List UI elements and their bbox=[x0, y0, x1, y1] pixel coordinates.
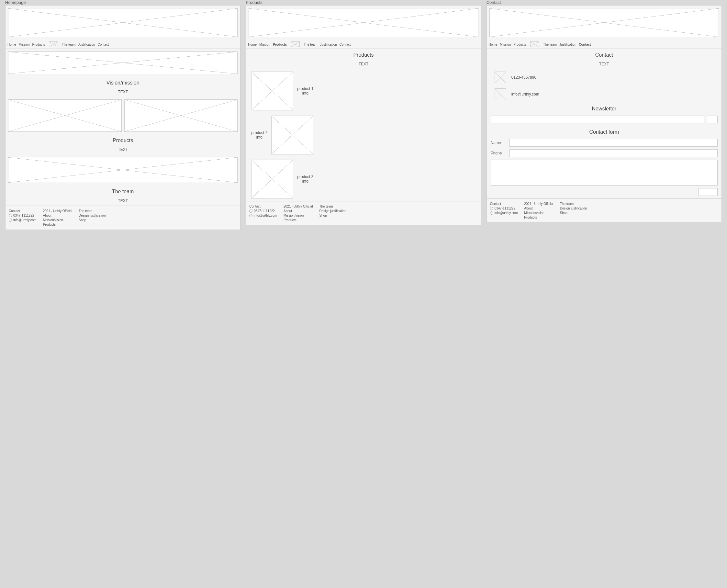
products-footer-col2-item0: 2021 - Urthly Official bbox=[283, 205, 313, 208]
homepage-vision-heading: Vision/mission bbox=[5, 77, 240, 87]
footer-contact-label: Contact bbox=[9, 209, 37, 213]
nav-products[interactable]: Products bbox=[33, 43, 45, 46]
footer-col2-item1: About bbox=[43, 214, 72, 217]
contact-nav: Home Mission Products The team Justifica… bbox=[487, 40, 722, 49]
contact-footer-phone: 0347-1111222 bbox=[495, 207, 516, 210]
homepage-panel: Home Mission Products The team Justifica… bbox=[5, 5, 240, 230]
products-nav-theteam[interactable]: The team bbox=[304, 43, 317, 46]
nav-logo bbox=[49, 41, 58, 47]
homepage-third-image bbox=[8, 157, 238, 183]
nav-justification[interactable]: Justification bbox=[78, 43, 95, 46]
product2-row: product 2info bbox=[246, 113, 481, 157]
contact-footer-phone-row: 0347-1111222 bbox=[490, 207, 518, 210]
footer-col2-item2: Mission/vision bbox=[43, 218, 72, 222]
homepage-nav: Home Mission Products The team Justifica… bbox=[5, 40, 240, 49]
contact-footer-email: info@urthly.com bbox=[495, 211, 518, 215]
products-page-text: TEXT bbox=[246, 59, 481, 69]
contact-nav-home[interactable]: Home bbox=[489, 43, 497, 46]
contact-phone-number: 0123-4567890 bbox=[511, 75, 536, 80]
contact-nav-mission[interactable]: Mission bbox=[500, 43, 511, 46]
contact-footer-contact-label: Contact bbox=[490, 202, 518, 206]
contact-footer-col2-item3: Products bbox=[524, 216, 553, 219]
nav-contact[interactable]: Contact bbox=[98, 43, 109, 46]
homepage-footer: Contact 0347-1111222 info@urthly.com 202… bbox=[5, 206, 240, 230]
products-footer-col3-item0: The team bbox=[319, 205, 346, 208]
nav-mission[interactable]: Mission bbox=[19, 43, 30, 46]
products-footer-email-row: info@urthly.com bbox=[249, 214, 277, 217]
products-nav: Home Mission Products The team Justifica… bbox=[246, 40, 481, 49]
products-footer-col2: 2021 - Urthly Official About Mission/vis… bbox=[283, 205, 313, 222]
newsletter-heading: Newsletter bbox=[487, 103, 722, 113]
contact-email-row: info@urthly.com bbox=[487, 86, 722, 103]
contact-submit-button[interactable] bbox=[698, 188, 718, 196]
contact-nav-products[interactable]: Products bbox=[513, 43, 526, 46]
products-nav-mission[interactable]: Mission bbox=[259, 43, 270, 46]
contact-footer-col2-item1: About bbox=[524, 207, 553, 210]
nav-home[interactable]: Home bbox=[7, 43, 16, 46]
contact-footer-col3-item0: The team bbox=[560, 202, 587, 206]
products-nav-products[interactable]: Products bbox=[273, 43, 287, 46]
footer-email: info@urthly.com bbox=[13, 218, 37, 222]
products-footer-col2-item2: Mission/vision bbox=[283, 214, 313, 217]
message-textarea[interactable] bbox=[491, 160, 718, 186]
products-page-heading: Products bbox=[246, 49, 481, 59]
products-footer-col3: The team Design justification Shop bbox=[319, 205, 346, 222]
homepage-label: Homepage bbox=[5, 0, 26, 7]
contact-form-heading: Contact form bbox=[487, 126, 722, 136]
homepage-products-text: TEXT bbox=[5, 145, 240, 154]
homepage-two-imgs bbox=[5, 99, 240, 132]
newsletter-input[interactable] bbox=[491, 115, 705, 123]
product3-info: product 3info bbox=[297, 174, 313, 184]
products-footer-col3-item1: Design justification bbox=[319, 209, 346, 213]
contact-footer-col3-item2: Shop bbox=[560, 211, 587, 215]
contact-footer: Contact 0347-1111222 info@urthly.com 202… bbox=[487, 198, 722, 223]
homepage-img-left bbox=[8, 99, 122, 132]
products-nav-justification[interactable]: Justification bbox=[320, 43, 337, 46]
homepage-products-heading: Products bbox=[5, 134, 240, 145]
name-label: Name bbox=[491, 141, 507, 145]
products-email-icon bbox=[249, 214, 253, 217]
newsletter-submit-button[interactable] bbox=[707, 115, 718, 123]
products-hero-image bbox=[249, 8, 478, 37]
products-footer-col2-item1: About bbox=[283, 209, 313, 213]
footer-col3: The team Design justification Shop bbox=[79, 209, 106, 226]
footer-col3-item1: Design justification bbox=[79, 214, 106, 217]
homepage-sub-image bbox=[8, 51, 238, 74]
products-nav-contact[interactable]: Contact bbox=[340, 43, 350, 46]
contact-footer-email-icon bbox=[490, 211, 493, 215]
product1-image bbox=[251, 71, 293, 110]
contact-nav-justification[interactable]: Justification bbox=[559, 43, 576, 46]
contact-label: Contact bbox=[487, 0, 501, 7]
product1-info: product 1info bbox=[297, 86, 313, 96]
contact-footer-col1: Contact 0347-1111222 info@urthly.com bbox=[490, 202, 518, 219]
contact-hero-image bbox=[489, 8, 719, 37]
products-footer-col3-item2: Shop bbox=[319, 214, 346, 217]
products-footer-col2-item3: Products bbox=[283, 218, 313, 222]
phone-input[interactable] bbox=[510, 149, 718, 157]
contact-email-address: info@urthly.com bbox=[511, 92, 539, 97]
product1-row: product 1info bbox=[246, 69, 481, 113]
contact-nav-contact[interactable]: Contact bbox=[579, 43, 591, 46]
products-footer-contact-label: Contact bbox=[249, 205, 277, 208]
footer-col1: Contact 0347-1111222 info@urthly.com bbox=[9, 209, 37, 226]
contact-footer-email-row: info@urthly.com bbox=[490, 211, 518, 215]
footer-email-row: info@urthly.com bbox=[9, 218, 37, 222]
newsletter-form bbox=[487, 113, 722, 126]
email-placeholder-icon bbox=[495, 88, 506, 100]
contact-page-heading: Contact bbox=[487, 49, 722, 59]
footer-col3-item0: The team bbox=[79, 209, 106, 213]
phone-icon bbox=[9, 214, 12, 217]
footer-col2-item3: Products bbox=[43, 223, 72, 226]
product3-image bbox=[251, 160, 293, 198]
products-wrapper: Products Home Mission Products The team … bbox=[246, 5, 481, 225]
contact-nav-theteam[interactable]: The team bbox=[543, 43, 557, 46]
products-nav-home[interactable]: Home bbox=[248, 43, 257, 46]
phone-label: Phone bbox=[491, 151, 507, 155]
contact-panel: Home Mission Products The team Justifica… bbox=[487, 5, 722, 223]
phone-field-row: Phone bbox=[491, 149, 718, 157]
homepage-team-heading: The team bbox=[5, 186, 240, 196]
product3-row: product 3info bbox=[246, 157, 481, 201]
nav-theteam[interactable]: The team bbox=[62, 43, 76, 46]
name-input[interactable] bbox=[510, 139, 718, 147]
products-footer-phone: 0347-1111222 bbox=[254, 209, 275, 213]
